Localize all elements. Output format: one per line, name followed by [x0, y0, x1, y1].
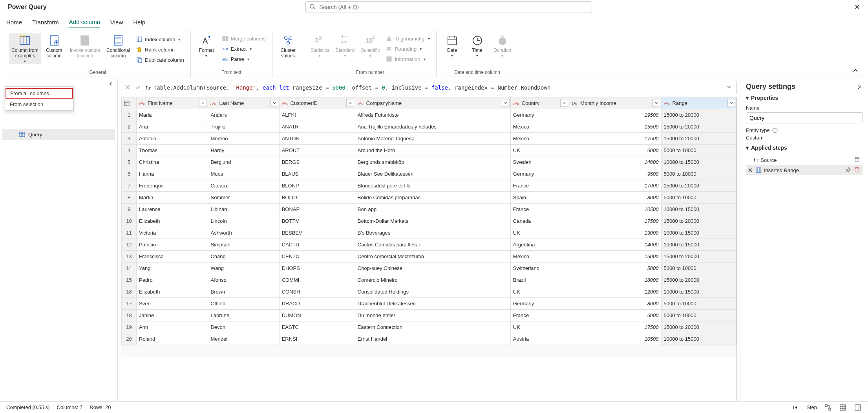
table-row[interactable]: 15PedroAfonsoCOMMIComércio MineiroBrazil… — [122, 274, 736, 286]
cell[interactable]: 10500 — [569, 204, 661, 215]
cell[interactable]: Victoria — [137, 227, 208, 239]
applied-steps-header[interactable]: ▾ Applied steps — [746, 145, 863, 151]
cell[interactable]: Switzerland — [510, 262, 569, 274]
cell[interactable]: Elizabeth — [137, 215, 208, 227]
date-button[interactable]: Date▾ — [440, 33, 464, 59]
cell[interactable]: Mexico — [510, 133, 569, 145]
row-number-cell[interactable]: 16 — [122, 286, 137, 298]
cell[interactable]: CACTU — [279, 239, 355, 251]
table-row[interactable]: 12PatricioSimpsonCACTUCactus Comidas par… — [122, 239, 736, 251]
step-data-icon[interactable] — [854, 156, 861, 163]
cell[interactable]: Alfreds Futterkiste — [355, 109, 510, 121]
cell[interactable]: Yang — [137, 262, 208, 274]
row-number-cell[interactable]: 17 — [122, 298, 137, 310]
cell[interactable]: ANATR — [279, 121, 355, 133]
row-number-cell[interactable]: 20 — [122, 333, 137, 345]
row-number-cell[interactable]: 9 — [122, 204, 137, 215]
cell[interactable]: France — [510, 310, 569, 321]
cell[interactable]: Martin — [137, 192, 208, 204]
cell[interactable]: 15000 to 20000 — [661, 121, 736, 133]
cell[interactable]: UK — [510, 145, 569, 156]
row-number-cell[interactable]: 1 — [122, 109, 137, 121]
cell[interactable]: Centro comercial Moctezuma — [355, 251, 510, 262]
close-button[interactable]: ✕ — [851, 1, 863, 13]
cell[interactable]: DUMON — [279, 310, 355, 321]
cell[interactable]: Thomas — [137, 145, 208, 156]
cell[interactable]: Chop-suey Chinese — [355, 262, 510, 274]
gear-icon[interactable] — [845, 167, 852, 174]
table-row[interactable]: 14YangWangDHOPSChop-suey ChineseSwitzerl… — [122, 262, 736, 274]
cell[interactable]: 6000 — [569, 310, 661, 321]
cell[interactable]: EASTC — [279, 321, 355, 333]
dropdown-from-selection[interactable]: From selection — [5, 99, 73, 110]
cell[interactable]: 9500 — [569, 168, 661, 180]
cell[interactable]: 17500 — [569, 321, 661, 333]
table-row[interactable]: 3AntonioMorenoANTONAntonio Moreno Taquer… — [122, 133, 736, 145]
cell[interactable]: Du monde entier — [355, 310, 510, 321]
column-from-examples-button[interactable]: Column from examples ▾ — [9, 33, 41, 64]
table-row[interactable]: 8MartinSommerBOLIDBólido Comidas prepara… — [122, 192, 736, 204]
cell[interactable]: 19500 — [569, 109, 661, 121]
cell[interactable]: ANTON — [279, 133, 355, 145]
cell[interactable]: AROUT — [279, 145, 355, 156]
text-type-icon[interactable]: Aᴮc — [282, 101, 289, 106]
settings-expand-icon[interactable] — [856, 84, 863, 90]
cell[interactable]: 15000 to 20000 — [661, 274, 736, 286]
formula-commit-icon[interactable] — [135, 84, 142, 91]
status-layout-icon[interactable] — [854, 404, 862, 411]
row-number-cell[interactable]: 2 — [122, 121, 137, 133]
applied-step[interactable]: ƒ𝑥Source — [746, 155, 863, 165]
cell[interactable]: 18000 — [569, 274, 661, 286]
cell[interactable]: Blondesddsl pére et fils — [355, 180, 510, 192]
cell[interactable]: Lincoln — [208, 215, 279, 227]
table-row[interactable]: 5ChristinaBerglundBERGSBerglunds snabbkö… — [122, 156, 736, 168]
row-number-cell[interactable]: 10 — [122, 215, 137, 227]
extract-button[interactable]: ABC Extract — [220, 44, 268, 54]
row-number-cell[interactable]: 15 — [122, 274, 137, 286]
column-header[interactable]: AᴮcCustomerID — [279, 97, 355, 109]
column-header[interactable]: 1²₃Monthly Income — [569, 97, 661, 109]
cell[interactable]: Bottom-Dollar Markets — [355, 215, 510, 227]
cell[interactable]: Cactus Comidas para llevar — [355, 239, 510, 251]
cell[interactable]: Elizabeth — [137, 286, 208, 298]
cell[interactable]: 10000 to 15000 — [661, 333, 736, 345]
table-row[interactable]: 1MariaAndersALFKIAlfreds FutterkisteGerm… — [122, 109, 736, 121]
select-all-cell[interactable] — [122, 97, 137, 109]
cell[interactable]: Mexico — [510, 121, 569, 133]
properties-header[interactable]: ▾ Properties — [746, 95, 863, 101]
cell[interactable]: Sven — [137, 298, 208, 310]
dropdown-from-all-columns[interactable]: From all columns — [5, 88, 73, 99]
column-filter-button[interactable] — [346, 99, 354, 107]
column-filter-button[interactable] — [270, 99, 278, 107]
cell[interactable]: Drachenblut Delikatessen — [355, 298, 510, 310]
text-type-icon[interactable]: Aᴮc — [664, 101, 671, 106]
search-box[interactable] — [305, 1, 592, 13]
tab-view[interactable]: View — [110, 17, 123, 28]
cell[interactable]: 8000 — [569, 298, 661, 310]
cell[interactable]: Bólido Comidas preparadas — [355, 192, 510, 204]
cell[interactable]: 6000 — [569, 145, 661, 156]
cell[interactable]: 10000 to 15000 — [661, 239, 736, 251]
row-number-cell[interactable]: 6 — [122, 168, 137, 180]
cell[interactable]: Ottlieb — [208, 298, 279, 310]
cell[interactable]: Labrune — [208, 310, 279, 321]
cell[interactable]: 5000 to 10000 — [661, 145, 736, 156]
column-filter-button[interactable] — [727, 99, 735, 107]
cell[interactable]: Ann — [137, 321, 208, 333]
column-header[interactable]: AᴮcLast Name — [208, 97, 279, 109]
text-type-icon[interactable]: Aᴮc — [513, 101, 520, 106]
delete-step-icon[interactable] — [747, 167, 753, 173]
cell[interactable]: 5000 — [569, 262, 661, 274]
cell[interactable]: BOLID — [279, 192, 355, 204]
status-grid-icon[interactable] — [839, 404, 847, 411]
cell[interactable]: Germany — [510, 298, 569, 310]
step-data-icon[interactable] — [854, 167, 861, 174]
cell[interactable]: BESBEV — [279, 227, 355, 239]
cell[interactable]: CENTC — [279, 251, 355, 262]
cell[interactable]: Franscisco — [137, 251, 208, 262]
table-row[interactable]: 4ThomasHardyAROUTAround the HornUK600050… — [122, 145, 736, 156]
cell[interactable]: ALFKI — [279, 109, 355, 121]
cell[interactable]: Anders — [208, 109, 279, 121]
cell[interactable]: BOTTM — [279, 215, 355, 227]
cell[interactable]: 15000 to 20000 — [661, 321, 736, 333]
